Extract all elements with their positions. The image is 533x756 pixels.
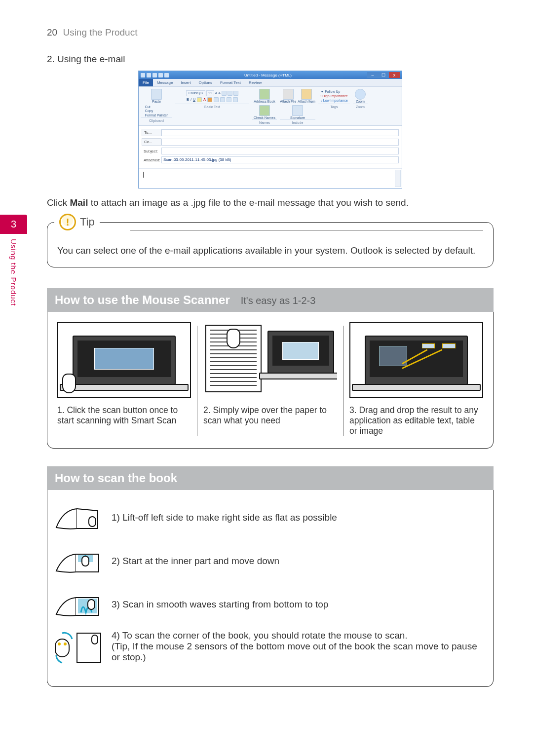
svg-rect-2 [82, 556, 89, 566]
attachment-chip[interactable]: Scan-03-05-2011-11-45-03.jpg (38 kB) [163, 157, 231, 162]
copy-label[interactable]: Copy [145, 109, 168, 113]
tab-review[interactable]: Review [245, 79, 266, 86]
cc-input[interactable] [161, 139, 399, 146]
ribbon: Paste Cut Copy Format Painter Clipboard … [139, 87, 402, 126]
to-input[interactable] [161, 129, 399, 136]
group-zoom-name: Zoom [353, 104, 368, 109]
tab-format-text[interactable]: Format Text [216, 79, 245, 86]
book-text-4: 4) To scan the corner of the book, you s… [112, 630, 484, 663]
step-3-illustration [349, 322, 483, 398]
align-center-icon[interactable] [214, 97, 219, 102]
book-illus-4 [53, 630, 103, 666]
book-row-3: 3) Scan in smooth waves starting from bo… [53, 587, 484, 622]
grow-font-icon[interactable]: A [215, 91, 218, 95]
attached-input[interactable]: Scan-03-05-2011-11-45-03.jpg (38 kB) [161, 156, 399, 163]
high-importance-label[interactable]: ! High Importance [320, 94, 347, 98]
outlook-screenshot: Untitled - Message (HTML) – ☐ x File Mes… [138, 71, 402, 189]
font-color-icon[interactable]: A [203, 98, 206, 102]
mouse-section-subtitle: It's easy as 1-2-3 [241, 295, 316, 306]
svg-rect-7 [55, 639, 69, 657]
bulb-icon: ! [59, 214, 76, 230]
paste-label: Paste [152, 100, 161, 104]
check-names-icon[interactable] [259, 105, 270, 116]
to-button[interactable]: To... [142, 129, 161, 136]
underline-icon[interactable]: U [193, 98, 195, 102]
indent-inc-icon[interactable] [233, 97, 238, 102]
attach-item-icon[interactable] [301, 89, 312, 100]
tab-message[interactable]: Message [153, 79, 177, 86]
book-text-3: 3) Scan in smooth waves starting from bo… [112, 599, 328, 610]
book-illus-1 [53, 500, 103, 535]
bullets-icon[interactable] [222, 91, 227, 96]
svg-point-8 [58, 643, 61, 645]
book-row-1: 1) Lift-off left side to make right side… [53, 500, 484, 535]
close-icon[interactable]: x [389, 72, 400, 78]
zoom-label: Zoom [356, 100, 365, 104]
paste-icon[interactable] [151, 89, 162, 100]
cut-label[interactable]: Cut [145, 105, 168, 109]
tip-label: Tip [80, 216, 95, 228]
book-text-4-line2: (Tip, If the mouse 2 sensors of the bott… [112, 641, 484, 663]
mail-body[interactable]: | [139, 168, 402, 188]
book-section: How to scan the book 1) Lift-off left si… [47, 466, 494, 687]
address-book-icon[interactable] [259, 89, 270, 100]
step-2-illustration [203, 322, 337, 398]
mouse-steps-frame: 1. Click the scan button once to start s… [47, 312, 494, 449]
shrink-font-icon[interactable]: A [218, 91, 221, 95]
svg-rect-0 [89, 517, 96, 527]
window-buttons: – ☐ x [367, 72, 400, 78]
numbering-icon[interactable] [228, 91, 232, 96]
book-section-bar: How to scan the book [47, 466, 494, 490]
attach-item-label: Attach Item [298, 100, 315, 104]
book-row-2: 2) Start at the inner part and move down [53, 543, 484, 579]
step-heading: 2. Using the e-mail [47, 54, 494, 65]
window-title: Untitled - Message (HTML) [244, 73, 292, 77]
signature-label: Signature [290, 116, 305, 120]
minimize-icon[interactable]: – [367, 72, 378, 78]
italic-icon[interactable]: I [190, 98, 191, 102]
signature-icon[interactable] [292, 105, 303, 116]
tab-file[interactable]: File [139, 79, 153, 86]
tab-insert[interactable]: Insert [177, 79, 194, 86]
format-painter-label[interactable]: Format Painter [145, 113, 168, 117]
align-right-icon[interactable] [220, 97, 225, 102]
follow-up-label[interactable]: ▼ Follow Up [320, 90, 340, 94]
group-names: Address Book Check Names Names [252, 89, 277, 124]
attach-file-label: Attach File [280, 100, 296, 104]
check-names-label: Check Names [254, 116, 275, 120]
indent-dec-icon[interactable] [227, 97, 231, 102]
book-section-title: How to scan the book [55, 471, 177, 485]
group-basic-text-name: Basic Text [175, 104, 249, 109]
attach-file-icon[interactable] [283, 89, 294, 100]
page-content: 20 Using the Product 2. Using the e-mail… [0, 0, 533, 707]
page-title: Using the Product [63, 27, 137, 38]
arrows-icon [370, 340, 462, 396]
align-left-icon[interactable] [207, 97, 212, 102]
page-number: 20 [47, 27, 57, 38]
mouse-section-title: How to use the Mouse Scanner [55, 293, 230, 307]
bold-icon[interactable]: B [187, 98, 189, 102]
tip-text: You can select one of the e-mail applica… [57, 245, 483, 256]
highlight-icon[interactable] [197, 97, 202, 102]
book-illus-3 [53, 587, 103, 622]
group-clipboard-name: Clipboard [141, 117, 172, 122]
low-importance-label[interactable]: ↓ Low Importance [320, 99, 347, 103]
font-select[interactable]: Calibri (B [186, 90, 205, 96]
tip-box: ! Tip You can select one of the e-mail a… [47, 222, 494, 267]
svg-rect-4 [88, 600, 95, 609]
font-size[interactable]: 11 [206, 90, 214, 96]
chapter-label: Using the Product [9, 234, 18, 311]
step-1-illustration [57, 322, 191, 398]
zoom-icon[interactable] [355, 89, 366, 100]
cc-button[interactable]: Cc... [142, 138, 161, 146]
mail-bold: Mail [70, 197, 88, 208]
maximize-icon[interactable]: ☐ [378, 72, 389, 78]
tip-rule [130, 230, 483, 231]
group-include: Attach File Attach Item Signature Includ… [280, 89, 315, 124]
tab-options[interactable]: Options [194, 79, 216, 86]
chapter-number: 3 [0, 215, 27, 234]
subject-input[interactable] [161, 148, 399, 154]
mail-fields: To... Cc... Subject: Attached:Scan-03-05… [139, 126, 402, 168]
step-3: 3. Drag and drop the result to any appli… [343, 322, 489, 436]
clear-fmt-icon[interactable] [233, 91, 238, 96]
